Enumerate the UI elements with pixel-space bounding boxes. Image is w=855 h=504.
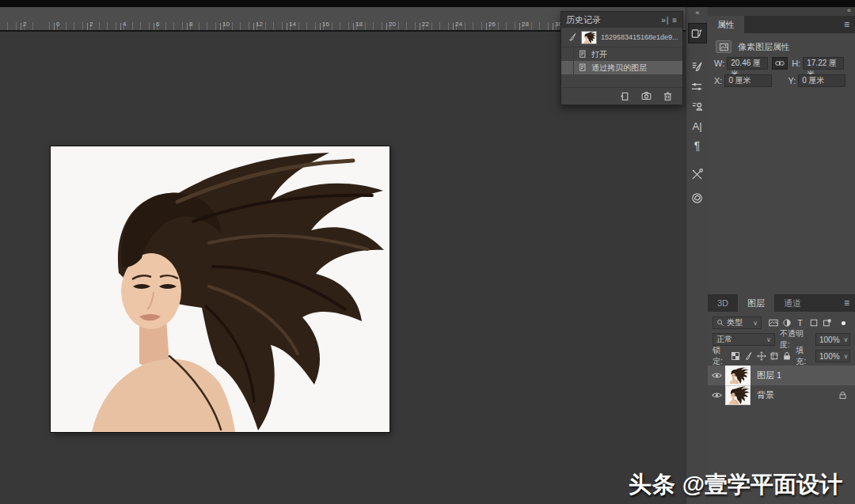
lock-pixels-icon[interactable] bbox=[742, 351, 754, 362]
filter-pixel-icon[interactable] bbox=[766, 317, 780, 329]
history-panel-icon[interactable] bbox=[688, 23, 707, 44]
collapse-dock-icon[interactable]: « bbox=[695, 9, 698, 20]
ruler-label: 4 bbox=[123, 21, 126, 28]
portrait-photo bbox=[51, 146, 390, 432]
visibility-eye-icon[interactable] bbox=[708, 370, 725, 381]
history-step-label: 打开 bbox=[591, 49, 607, 60]
character-panel-icon[interactable]: A| bbox=[688, 117, 707, 135]
tab-layers[interactable]: 图层 bbox=[738, 294, 774, 312]
search-icon bbox=[716, 319, 724, 327]
layer1-thumbnail[interactable] bbox=[725, 366, 750, 385]
filter-smart-object-icon[interactable] bbox=[820, 317, 834, 329]
ruler-label: 12 bbox=[256, 21, 263, 28]
background-lock-icon bbox=[838, 388, 847, 403]
history-step-open[interactable]: 打开 bbox=[561, 47, 682, 61]
ruler-major-tick bbox=[154, 23, 154, 30]
filter-type-dropdown[interactable]: 类型∨ bbox=[712, 316, 762, 329]
ruler-label: 0 bbox=[56, 21, 59, 28]
background-thumbnail[interactable] bbox=[725, 385, 750, 405]
dimensions-row: W: 20.46 厘米 H: 17.22 厘米 bbox=[708, 56, 855, 70]
history-step-layer-via-copy[interactable]: 通过拷贝的图层 bbox=[561, 61, 682, 74]
document-canvas[interactable] bbox=[51, 146, 390, 432]
snapshot-thumbnail bbox=[581, 31, 597, 44]
tab-properties[interactable]: 属性 bbox=[708, 16, 744, 33]
ruler-label: 14 bbox=[289, 21, 296, 28]
history-tab[interactable]: 历史记录 bbox=[566, 14, 601, 26]
paragraph-panel-icon[interactable]: ¶ bbox=[688, 137, 707, 154]
lock-artboard-icon[interactable] bbox=[768, 351, 781, 362]
visibility-eye-icon[interactable] bbox=[708, 390, 725, 400]
brush-icon[interactable] bbox=[688, 78, 707, 95]
ruler-major-tick bbox=[220, 23, 221, 30]
cc-libraries-icon[interactable] bbox=[688, 189, 707, 207]
watermark: 头条@壹学平面设计 bbox=[629, 469, 842, 501]
ruler-label: 10 bbox=[222, 21, 230, 28]
clone-source-icon[interactable] bbox=[688, 97, 707, 115]
filter-shape-icon[interactable] bbox=[807, 317, 820, 329]
fill-label: 填充: bbox=[796, 345, 813, 367]
ruler-major-tick bbox=[553, 23, 553, 30]
history-state-icon bbox=[579, 63, 587, 72]
opacity-dropdown[interactable]: 100%∨ bbox=[815, 333, 850, 346]
history-source-gutter[interactable] bbox=[561, 47, 574, 61]
ruler-major-tick bbox=[120, 23, 121, 30]
tab-channels[interactable]: 通道 bbox=[774, 294, 811, 312]
history-source-gutter[interactable] bbox=[561, 61, 574, 74]
position-row: X: 0 厘米 Y: 0 厘米 bbox=[708, 74, 855, 88]
properties-tabbar: 属性 ≡ bbox=[708, 16, 855, 33]
watermark-handle: @壹学平面设计 bbox=[682, 472, 842, 497]
blend-mode-dropdown[interactable]: 正常∨ bbox=[712, 333, 775, 346]
lock-transparent-icon[interactable] bbox=[729, 351, 742, 362]
layer-row-background[interactable]: 背景 bbox=[708, 385, 855, 405]
new-snapshot-icon[interactable] bbox=[641, 91, 652, 101]
filter-type-icon[interactable]: T bbox=[793, 317, 807, 329]
delete-state-icon[interactable] bbox=[663, 91, 673, 101]
brush-settings-icon[interactable] bbox=[688, 58, 707, 75]
history-panel-header[interactable]: 历史记录 »| ≡ bbox=[561, 12, 682, 28]
tool-presets-icon[interactable] bbox=[688, 165, 707, 183]
filter-adjustment-icon[interactable] bbox=[780, 317, 793, 329]
lock-label: 锁定: bbox=[712, 345, 729, 367]
height-field[interactable]: 17.22 厘米 bbox=[803, 57, 844, 70]
ruler-major-tick bbox=[320, 23, 321, 30]
ruler-major-tick bbox=[21, 23, 21, 30]
history-snapshot-row[interactable]: 1529583415168e1de9... bbox=[561, 28, 682, 47]
layers-tabbar: 3D 图层 通道 ≡ bbox=[708, 294, 855, 312]
lock-all-icon[interactable] bbox=[781, 351, 793, 362]
new-document-from-state-icon[interactable] bbox=[620, 91, 630, 101]
filter-toggle-icon[interactable] bbox=[837, 317, 850, 329]
history-header-icons[interactable]: »| ≡ bbox=[661, 16, 678, 25]
link-dimensions-button[interactable] bbox=[772, 57, 788, 70]
ruler-label: 22 bbox=[422, 21, 429, 28]
ruler-major-tick bbox=[87, 23, 88, 30]
ruler-major-tick bbox=[386, 23, 387, 30]
width-field[interactable]: 20.46 厘米 bbox=[727, 57, 768, 70]
layer-row-layer1[interactable]: 图层 1 bbox=[708, 366, 855, 385]
blend-mode-row: 正常∨ 不透明度: 100%∨ bbox=[708, 332, 855, 347]
ruler-major-tick bbox=[453, 23, 454, 30]
history-brush-source-icon[interactable] bbox=[568, 32, 577, 42]
y-field[interactable]: 0 厘米 bbox=[798, 74, 846, 87]
ruler-label: 8 bbox=[189, 21, 192, 28]
fill-dropdown[interactable]: 100%∨ bbox=[815, 350, 850, 362]
ruler-major-tick bbox=[420, 23, 420, 30]
collapse-panels-icon[interactable]: « bbox=[847, 6, 850, 14]
lock-row: 锁定: 填充: 100%∨ bbox=[708, 349, 855, 363]
history-panel: 历史记录 »| ≡ 1529583415168e1de9... 打开 通过拷贝的… bbox=[560, 11, 683, 105]
ruler-label: 18 bbox=[355, 21, 363, 28]
ruler-label: 2 bbox=[23, 21, 26, 28]
lock-position-icon[interactable] bbox=[755, 351, 768, 362]
ruler-major-tick bbox=[253, 23, 254, 30]
layer-name[interactable]: 背景 bbox=[757, 389, 774, 401]
ruler-major-tick bbox=[353, 23, 354, 30]
history-panel-footer bbox=[561, 87, 682, 104]
ruler-label: 16 bbox=[322, 21, 329, 28]
pixel-layer-icon bbox=[716, 40, 732, 53]
properties-menu-icon[interactable]: ≡ bbox=[838, 16, 855, 33]
layer-name[interactable]: 图层 1 bbox=[757, 369, 781, 381]
x-label: X: bbox=[714, 76, 722, 85]
tab-3d[interactable]: 3D bbox=[708, 294, 738, 312]
height-label: H: bbox=[792, 59, 800, 68]
layers-menu-icon[interactable]: ≡ bbox=[838, 294, 855, 312]
x-field[interactable]: 0 厘米 bbox=[724, 74, 772, 87]
